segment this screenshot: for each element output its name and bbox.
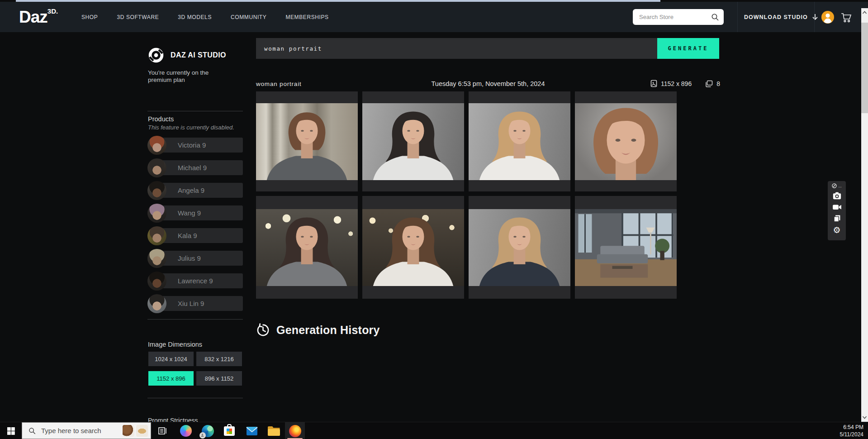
clock-time: 6:54 PM xyxy=(840,424,864,431)
search-icon xyxy=(28,427,36,434)
microsoft-store-app-button[interactable] xyxy=(219,422,239,439)
mail-icon xyxy=(246,426,258,436)
portrait-figure xyxy=(362,209,464,286)
windows-logo-icon xyxy=(7,427,15,435)
download-studio-label: DOWNLOAD STUDIO xyxy=(744,14,808,20)
ai-studio-header: DAZ AI STUDIO xyxy=(147,47,226,64)
settings-gear-icon[interactable]: ⚙ xyxy=(833,226,840,234)
generated-image-grid xyxy=(256,91,677,299)
portrait-figure xyxy=(256,209,358,286)
result-group-header: woman portrait Tuesday 6:53 pm, November… xyxy=(256,80,720,90)
portrait-figure xyxy=(362,103,464,180)
account-icon[interactable] xyxy=(821,10,835,24)
daz-ai-studio-logo-icon xyxy=(147,47,165,64)
image-dimensions-title: Image Dimensions xyxy=(148,341,202,348)
video-camera-icon[interactable] xyxy=(832,203,842,211)
mail-app-button[interactable] xyxy=(242,422,262,439)
product-item-xiulin9[interactable]: Xiu Lin 9 xyxy=(147,294,243,313)
dimension-option-1024x1024[interactable]: 1024 x 1024 xyxy=(148,352,194,366)
product-label: Julius 9 xyxy=(157,251,243,266)
generated-image-3[interactable] xyxy=(469,91,570,191)
product-avatar xyxy=(147,249,166,268)
edge-app-button[interactable] xyxy=(198,422,218,439)
prompt-strictness-label: Prompt Strictness xyxy=(148,417,198,422)
product-label: Victoria 9 xyxy=(157,138,243,153)
generated-image-6[interactable] xyxy=(362,196,464,299)
search-icon[interactable] xyxy=(711,13,719,21)
menu-item-shop[interactable]: SHOP xyxy=(81,14,98,20)
logo-text: Daz xyxy=(19,8,47,26)
extension-logo-row[interactable]: ... xyxy=(832,183,842,188)
product-item-angela9[interactable]: Angela 9 xyxy=(147,181,243,200)
taskbar-clock[interactable]: 6:54 PM 5/11/2024 xyxy=(840,424,864,438)
scrollbar-down-arrow[interactable] xyxy=(862,415,867,419)
edge-icon xyxy=(202,425,214,437)
generated-image-8[interactable] xyxy=(575,196,677,299)
dimension-option-832x1216[interactable]: 832 x 1216 xyxy=(196,352,242,366)
menu-item-memberships[interactable]: MEMBERSHIPS xyxy=(285,14,328,20)
product-label: Wang 9 xyxy=(157,205,243,220)
firefox-app-button[interactable] xyxy=(285,422,305,439)
ai-studio-title: DAZ AI STUDIO xyxy=(171,51,226,59)
nav-divider xyxy=(814,2,815,32)
result-image-count: 8 xyxy=(716,80,720,87)
menu-item-3d-models[interactable]: 3D MODELS xyxy=(178,14,212,20)
ai-studio-sidebar: DAZ AI STUDIO You're currently on the pr… xyxy=(147,32,243,422)
start-button[interactable] xyxy=(0,422,22,439)
file-explorer-icon xyxy=(268,426,280,436)
portrait-figure xyxy=(256,103,358,180)
generation-history-section: Generation History xyxy=(256,323,380,337)
image-count-icon xyxy=(705,80,713,87)
extension-more-label: ... xyxy=(838,184,842,188)
generate-button[interactable]: GENERATE xyxy=(657,38,719,59)
scrollbar-thumb[interactable] xyxy=(861,23,868,113)
capture-extension-toolbar: ... ⚙ xyxy=(828,181,846,240)
generated-image-1[interactable] xyxy=(256,91,358,191)
generated-image-2[interactable] xyxy=(362,91,464,191)
main-menu: SHOP 3D SOFTWARE 3D MODELS COMMUNITY MEM… xyxy=(81,2,329,32)
living-room-scene xyxy=(575,209,677,286)
copilot-app-button[interactable] xyxy=(176,422,196,439)
sidebar-divider xyxy=(147,398,243,398)
menu-item-3d-software[interactable]: 3D SOFTWARE xyxy=(117,14,159,20)
portrait-figure xyxy=(575,103,677,180)
search-highlight-hat-image[interactable] xyxy=(136,425,148,437)
menu-item-community[interactable]: COMMUNITY xyxy=(231,14,266,20)
edge-profile-badge xyxy=(199,432,206,439)
search-highlight-horse-image[interactable] xyxy=(123,425,134,437)
product-item-wang9[interactable]: Wang 9 xyxy=(147,204,243,223)
dimension-option-896x1152[interactable]: 896 x 1152 xyxy=(196,371,242,386)
firefox-icon xyxy=(289,425,301,437)
plan-status-text: You're currently on the premium plan xyxy=(148,69,221,84)
taskbar-search[interactable]: Type here to search xyxy=(22,422,151,439)
portrait-figure xyxy=(469,209,570,286)
microsoft-store-icon xyxy=(224,426,235,436)
product-avatar xyxy=(147,272,166,291)
product-item-lawrence9[interactable]: Lawrence 9 xyxy=(147,272,243,291)
download-studio-button[interactable]: DOWNLOAD STUDIO xyxy=(744,2,818,32)
generated-image-5[interactable] xyxy=(256,196,358,299)
store-search[interactable] xyxy=(633,9,724,25)
store-search-input[interactable] xyxy=(638,13,711,21)
daz3d-logo[interactable]: Daz3D. xyxy=(19,7,58,27)
product-item-victoria9[interactable]: Victoria 9 xyxy=(147,136,243,155)
product-item-julius9[interactable]: Julius 9 xyxy=(147,249,243,268)
generated-image-7[interactable] xyxy=(469,196,570,299)
camera-icon[interactable] xyxy=(832,191,842,200)
taskbar-search-placeholder: Type here to search xyxy=(41,427,121,434)
copy-pages-icon[interactable] xyxy=(833,214,841,223)
generated-image-4[interactable] xyxy=(575,91,677,191)
page-scrollbar[interactable] xyxy=(861,8,868,422)
product-item-michael9[interactable]: Michael 9 xyxy=(147,158,243,177)
scrollbar-up-arrow[interactable] xyxy=(862,11,867,14)
cart-icon[interactable] xyxy=(840,11,852,24)
prompt-input[interactable] xyxy=(256,38,657,59)
product-label: Angela 9 xyxy=(157,183,243,198)
product-item-kala9[interactable]: Kala 9 xyxy=(147,226,243,245)
dimension-option-1152x896[interactable]: 1152 x 896 xyxy=(148,371,194,386)
task-view-button[interactable] xyxy=(153,422,173,439)
extension-logo-icon xyxy=(832,183,837,188)
top-navbar: Daz3D. SHOP 3D SOFTWARE 3D MODELS COMMUN… xyxy=(0,2,868,32)
windows-taskbar: Type here to search xyxy=(0,422,868,439)
file-explorer-app-button[interactable] xyxy=(264,422,284,439)
